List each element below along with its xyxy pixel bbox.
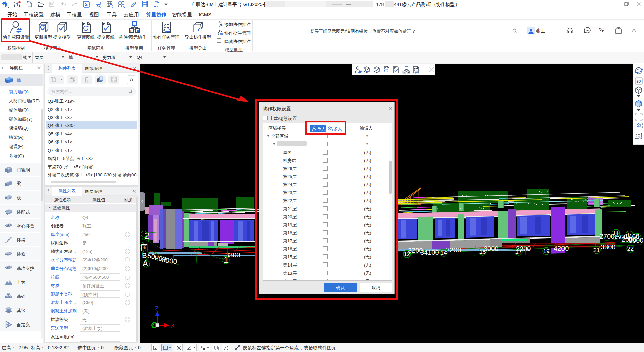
- svg-text:H: H: [130, 30, 132, 33]
- svg-text:2D: 2D: [637, 80, 641, 83]
- svg-text:Y: Y: [151, 323, 154, 329]
- svg-text:A: A: [143, 259, 148, 268]
- svg-text:3300: 3300: [601, 243, 616, 251]
- svg-text:22: 22: [627, 246, 634, 252]
- svg-text:8000: 8000: [629, 237, 644, 244]
- svg-text:34100: 34100: [420, 249, 439, 256]
- svg-text:4200: 4200: [554, 245, 569, 252]
- svg-text:19: 19: [543, 248, 550, 254]
- svg-text:2200: 2200: [516, 245, 531, 252]
- svg-text:8000: 8000: [161, 256, 177, 266]
- svg-text:2: 2: [145, 231, 149, 241]
- svg-text:3000: 3000: [484, 245, 499, 252]
- svg-text:国: 国: [141, 243, 148, 252]
- svg-text:3200: 3200: [446, 246, 461, 254]
- svg-text:H: H: [404, 71, 405, 73]
- svg-text:X: X: [171, 322, 174, 329]
- svg-text:Z: Z: [155, 305, 158, 312]
- svg-text:21: 21: [594, 247, 600, 253]
